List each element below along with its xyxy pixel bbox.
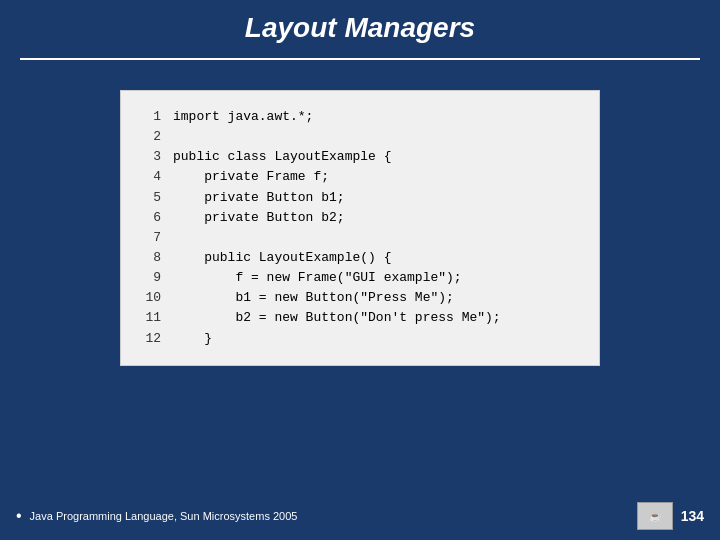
line-number: 12 bbox=[141, 329, 161, 349]
code-line: 9 f = new Frame("GUI example"); bbox=[141, 268, 579, 288]
code-line: 2 bbox=[141, 127, 579, 147]
code-line: 5 private Button b1; bbox=[141, 188, 579, 208]
line-content: public class LayoutExample { bbox=[173, 147, 391, 167]
line-content: f = new Frame("GUI example"); bbox=[173, 268, 462, 288]
line-content: b2 = new Button("Don't press Me"); bbox=[173, 308, 501, 328]
page-number: 134 bbox=[681, 508, 704, 524]
code-line: 1import java.awt.*; bbox=[141, 107, 579, 127]
title-divider bbox=[20, 58, 700, 60]
code-line: 4 private Frame f; bbox=[141, 167, 579, 187]
line-number: 11 bbox=[141, 308, 161, 328]
code-line: 3public class LayoutExample { bbox=[141, 147, 579, 167]
line-number: 5 bbox=[141, 188, 161, 208]
slide: Layout Managers 1import java.awt.*;23pub… bbox=[0, 0, 720, 540]
code-line: 8 public LayoutExample() { bbox=[141, 248, 579, 268]
line-number: 6 bbox=[141, 208, 161, 228]
line-number: 10 bbox=[141, 288, 161, 308]
code-line: 12 } bbox=[141, 329, 579, 349]
footer-logo: ☕ bbox=[637, 502, 673, 530]
line-number: 7 bbox=[141, 228, 161, 248]
line-number: 2 bbox=[141, 127, 161, 147]
line-content: import java.awt.*; bbox=[173, 107, 313, 127]
line-content: } bbox=[173, 329, 212, 349]
code-line: 10 b1 = new Button("Press Me"); bbox=[141, 288, 579, 308]
line-number: 1 bbox=[141, 107, 161, 127]
line-number: 8 bbox=[141, 248, 161, 268]
line-content: private Frame f; bbox=[173, 167, 329, 187]
logo-icon: ☕ bbox=[649, 511, 661, 522]
code-line: 11 b2 = new Button("Don't press Me"); bbox=[141, 308, 579, 328]
line-number: 9 bbox=[141, 268, 161, 288]
line-content: public LayoutExample() { bbox=[173, 248, 391, 268]
content-area: 1import java.awt.*;23public class Layout… bbox=[0, 70, 720, 386]
title-area: Layout Managers bbox=[0, 0, 720, 52]
footer-bullet: • bbox=[16, 507, 22, 525]
line-number: 4 bbox=[141, 167, 161, 187]
line-content: b1 = new Button("Press Me"); bbox=[173, 288, 454, 308]
slide-title: Layout Managers bbox=[20, 12, 700, 44]
line-content: private Button b2; bbox=[173, 208, 345, 228]
footer-citation: Java Programming Language, Sun Microsyst… bbox=[30, 510, 637, 522]
line-number: 3 bbox=[141, 147, 161, 167]
code-line: 6 private Button b2; bbox=[141, 208, 579, 228]
line-content: private Button b1; bbox=[173, 188, 345, 208]
code-block: 1import java.awt.*;23public class Layout… bbox=[120, 90, 600, 366]
code-line: 7 bbox=[141, 228, 579, 248]
footer: • Java Programming Language, Sun Microsy… bbox=[0, 502, 720, 530]
